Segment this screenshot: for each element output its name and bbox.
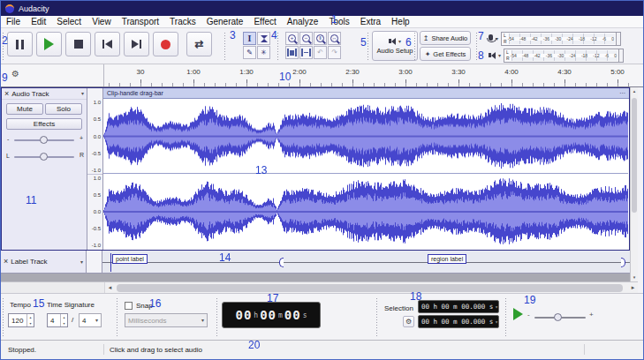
menu-edit[interactable]: Edit <box>26 17 51 26</box>
menu-select[interactable]: Select <box>51 17 87 26</box>
record-button[interactable] <box>153 32 178 56</box>
recording-meter[interactable]: ▾ L R -54-48-42-36-30-24-18-12-60 <box>489 31 621 46</box>
gain-slider-thumb[interactable] <box>40 136 48 144</box>
pause-button[interactable] <box>7 32 33 56</box>
play-at-speed-button[interactable] <box>513 308 523 320</box>
label-track-panel[interactable]: × Label Track ▾ <box>1 251 87 273</box>
get-effects-button[interactable]: ✦ Get Effects <box>420 47 471 61</box>
label-track-caret-icon[interactable]: ▾ <box>80 259 83 265</box>
share-audio-button[interactable]: ↥ Share Audio <box>420 31 471 45</box>
horizontal-scrollbar[interactable]: ◂ ▸ <box>1 281 638 293</box>
selection-end-field[interactable]: 00 h 00 m 00.000 s ▾ <box>418 315 499 328</box>
track-title[interactable]: Audio Track <box>11 90 49 98</box>
title-bar[interactable]: Audacity <box>1 1 643 16</box>
selection-end-value[interactable]: 00 h 00 m 00.000 s <box>421 318 493 326</box>
spin-down-icon[interactable]: ▾ <box>29 322 31 326</box>
zoom-fit-button[interactable]: ↔ <box>328 32 341 45</box>
loop-button[interactable]: ⇄ <box>186 32 212 56</box>
timeline-options-gear-icon[interactable]: ⚙ <box>11 70 19 79</box>
playback-meter-bars[interactable]: L R -54-48-42-36-30-24-18-12-60 <box>504 49 624 63</box>
menu-file[interactable]: File <box>1 17 26 26</box>
time-signature-upper-spinner[interactable]: 4 ▴▾ <box>47 313 68 327</box>
track-menu-caret-icon[interactable]: ▾ <box>81 91 84 96</box>
undo-button[interactable]: ↶ <box>314 46 327 59</box>
spin-up-icon[interactable]: ▴ <box>29 316 31 319</box>
playback-meter[interactable]: ▾ L R -54-48-42-36-30-24-18-12-60 <box>489 48 624 63</box>
point-label-stem[interactable] <box>110 253 111 272</box>
spin-up-icon[interactable]: ▴ <box>63 316 64 319</box>
play-button[interactable] <box>36 32 62 56</box>
redo-button[interactable]: ↷ <box>328 46 341 59</box>
waveform-channel-1[interactable] <box>103 99 628 174</box>
caret-down-icon[interactable]: ▾ <box>495 304 498 310</box>
caret-down-icon[interactable]: ▾ <box>495 319 498 325</box>
time-signature-toolbar-grip[interactable] <box>2 297 4 336</box>
mute-button[interactable]: Mute <box>6 103 43 115</box>
scroll-up-icon[interactable]: ▴ <box>631 89 638 94</box>
spin-down-icon[interactable]: ▾ <box>63 322 64 326</box>
zoom-selection-button[interactable]: ‖ <box>314 32 327 45</box>
zoom-out-button[interactable]: − <box>299 32 313 45</box>
label-track-area[interactable]: point label region label <box>102 251 630 273</box>
snapping-toolbar-grip[interactable] <box>116 297 118 336</box>
time-signature-lower-dropdown[interactable]: 4 ▾ <box>79 313 102 327</box>
menu-effect[interactable]: Effect <box>248 17 281 26</box>
solo-button[interactable]: Solo <box>45 103 82 115</box>
share-toolbar-grip[interactable] <box>413 32 416 60</box>
selection-start-value[interactable]: 00 h 00 m 00.000 s <box>421 303 493 311</box>
track-header[interactable]: × Audio Track ▾ <box>2 88 87 100</box>
tempo-spinner[interactable]: 120 ▴▾ <box>8 313 34 327</box>
skip-to-start-button[interactable] <box>95 32 120 56</box>
pan-slider-thumb[interactable] <box>40 153 48 161</box>
menu-view[interactable]: View <box>87 17 117 26</box>
menu-help[interactable]: Help <box>386 17 415 26</box>
menu-generate[interactable]: Generate <box>201 17 249 26</box>
clip-handle-drag-bar[interactable]: Clip-handle drag-bar ⋯ <box>103 88 629 99</box>
trim-audio-button[interactable] <box>285 46 299 59</box>
recording-meter-bars[interactable]: L R -54-48-42-36-30-24-18-12-60 <box>501 32 621 46</box>
time-toolbar-grip[interactable] <box>216 297 218 336</box>
stop-button[interactable] <box>65 32 91 56</box>
clip-area[interactable]: Clip-handle drag-bar ⋯ <box>103 88 629 250</box>
play-speed-slider-thumb[interactable] <box>554 313 562 321</box>
skip-to-end-button[interactable] <box>124 32 149 56</box>
selection-toolbar-grip[interactable] <box>375 297 378 336</box>
multi-tool-button[interactable]: ✳ <box>257 46 270 59</box>
region-label-end-handle[interactable] <box>621 258 625 267</box>
draw-tool-button[interactable]: ✎ <box>243 46 256 59</box>
menu-extra[interactable]: Extra <box>355 17 386 26</box>
snap-checkbox[interactable] <box>125 302 133 310</box>
silence-audio-button[interactable] <box>299 46 313 59</box>
menu-transport[interactable]: Transport <box>117 17 164 26</box>
region-label-start-handle[interactable] <box>279 258 284 267</box>
selection-options-button[interactable]: ⚙ <box>403 316 414 327</box>
time-hours[interactable]: 00 <box>235 308 252 322</box>
time-signature-upper-value[interactable]: 4 <box>48 314 60 326</box>
playback-meter-caret-icon[interactable]: ▾ <box>498 53 501 58</box>
time-seconds[interactable]: 00 <box>284 308 301 322</box>
horizontal-scrollbar-track[interactable] <box>115 282 628 293</box>
envelope-tool-button[interactable] <box>257 32 270 45</box>
vertical-scrollbar-thumb[interactable] <box>632 98 637 213</box>
effects-button[interactable]: Effects <box>6 118 82 130</box>
menu-analyze[interactable]: Analyze <box>282 17 324 26</box>
vertical-scale-ruler[interactable]: 1.00.50.0-0.5-1.0 1.00.50.0-0.5-1.0 <box>87 88 103 250</box>
audio-position-display[interactable]: 00 h 00 m 00 s <box>222 302 321 328</box>
play-at-speed-toolbar-grip[interactable] <box>504 297 507 336</box>
menu-tracks[interactable]: Tracks <box>164 17 201 26</box>
selection-tool-button[interactable]: I <box>243 32 256 45</box>
track-control-panel[interactable]: × Audio Track ▾ Mute Solo Effects - + L … <box>2 88 87 250</box>
audio-setup-toolbar-grip[interactable] <box>367 32 369 60</box>
clip-menu-icon[interactable]: ⋯ <box>619 90 625 97</box>
region-label[interactable]: region label <box>428 254 466 264</box>
close-track-icon[interactable]: × <box>4 90 9 98</box>
timeline[interactable]: ⚙ 30 1:00 1:30 2:00 2:30 3:00 3:30 4:00 … <box>1 64 643 87</box>
waveform-channel-2[interactable] <box>103 174 628 249</box>
close-label-track-icon[interactable]: × <box>4 258 8 266</box>
horizontal-scrollbar-thumb[interactable] <box>117 284 623 292</box>
scroll-right-icon[interactable]: ▸ <box>628 284 638 291</box>
time-minutes[interactable]: 00 <box>260 308 277 322</box>
scroll-left-icon[interactable]: ◂ <box>105 284 115 291</box>
tempo-value[interactable]: 120 <box>9 314 27 326</box>
menu-tools[interactable]: Tools <box>323 17 354 26</box>
